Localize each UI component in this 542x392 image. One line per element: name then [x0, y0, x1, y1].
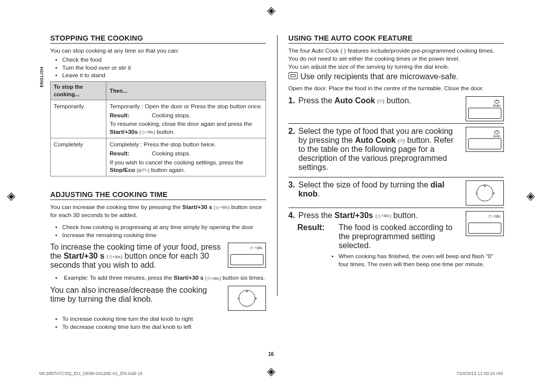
step-body: Select the type of food that you are coo…	[299, 127, 461, 172]
footer-right: 7/24/2013 11:00:24 AM	[456, 371, 503, 376]
list-item: Example: To add three minutes, press the…	[62, 274, 266, 282]
registration-mark-top: ◈	[267, 4, 276, 17]
svg-point-7	[484, 185, 486, 187]
table-row: Completely Completely : Press the stop b…	[51, 138, 266, 176]
start-30s-icon: ◇+30s	[250, 245, 262, 250]
control-panel-start30: ◇+30s	[466, 211, 504, 236]
note-icon	[289, 72, 298, 79]
footer-left: MC285TATCSQ_EO_DE68-04126E-01_EN.indd 16	[39, 371, 143, 376]
two-column-layout: STOPPING THE COOKING You can stop cookin…	[50, 34, 504, 340]
pot-icon: (☉)	[377, 99, 384, 104]
adj-para-1: You can increase the cooking time by pre…	[50, 203, 266, 219]
result-value: The food is cooked according to the prep…	[339, 223, 461, 250]
right-column: USING THE AUTO COOK FEATURE The four Aut…	[289, 34, 504, 340]
control-panel-start30: ◇+30s	[228, 243, 266, 268]
stop-eco-label: Stop/Eco	[109, 166, 135, 173]
step-number: 1.	[289, 96, 296, 118]
svg-point-6	[477, 185, 493, 202]
display-placeholder	[468, 223, 501, 234]
auto-cook-label: Auto Cook	[335, 96, 375, 105]
language-tab: ENGLISH	[39, 67, 44, 87]
pot-icon: Auto	[493, 129, 500, 138]
adj-row-panel: To increase the cooking time of your foo…	[50, 243, 266, 270]
print-footer: MC285TATCSQ_EO_DE68-04126E-01_EN.indd 16…	[39, 371, 503, 376]
list-item: To increase cooking time turn the dial k…	[62, 315, 266, 323]
svg-point-0	[238, 290, 255, 307]
registration-mark-right: ◈	[526, 189, 535, 203]
stop-eco-icon: (⊘/ᴰz)	[137, 167, 150, 173]
table-cell: Temporarily : Open the door or Press the…	[106, 100, 265, 138]
list-item: To decrease cooking time turn the dial k…	[62, 323, 266, 331]
start-30s-icon: (◇+30s)	[107, 254, 122, 259]
result-label: Result:	[298, 223, 325, 250]
svg-point-1	[246, 291, 247, 292]
svg-text:−: −	[237, 296, 240, 301]
cell-text: button again.	[150, 166, 185, 173]
list-item: Turn the food over or stir it	[62, 64, 266, 72]
result-bullet-list: When cooking has finished, the oven will…	[339, 252, 504, 268]
stop-bullet-list: Check the food Turn the food over or sti…	[62, 56, 266, 79]
control-panel-auto: Auto	[466, 96, 504, 121]
start-30s-label: Start/+30s	[109, 128, 138, 135]
heading-adjusting: ADJUSTING THE COOKING TIME	[50, 190, 266, 199]
auto-para-1: The four Auto Cook ( ) features include/…	[289, 47, 504, 63]
heading-rule	[289, 43, 504, 44]
step-4: 4. Press the Start/+30s (◇+30s) button. …	[289, 211, 504, 251]
step-body: Press the Start/+30s (◇+30s) button.	[299, 211, 461, 220]
list-item: Increase the remaining cooking time	[62, 231, 266, 239]
result-value: Cooking stops.	[152, 149, 190, 157]
heading-rule	[50, 43, 266, 44]
step-body: Select the size of food by turning the d…	[299, 180, 461, 203]
display-placeholder	[230, 254, 263, 265]
step-number: 3.	[289, 180, 296, 203]
start-30s-label: Start/+30s	[335, 211, 373, 220]
pot-icon: (☉)	[398, 138, 405, 143]
svg-point-5	[494, 131, 499, 134]
adj-row-dial: You can also increase/decrease the cooki…	[50, 286, 266, 311]
page-number: 16	[268, 351, 274, 357]
control-panel-dial: −+	[228, 286, 266, 311]
list-item: Check how cooking is progressing at any …	[62, 223, 266, 231]
control-panel-auto: Auto	[466, 127, 504, 152]
start-30s-icon: ◇+30s	[488, 214, 500, 219]
display-placeholder	[468, 108, 501, 119]
auto-para-3: Open the door. Place the food in the cen…	[289, 84, 504, 92]
column-divider	[277, 35, 278, 296]
result-label: Result:	[109, 111, 138, 119]
start-30s-label: Start/+30 s	[174, 274, 203, 281]
step-3: 3. Select the size of food by turning th…	[289, 180, 504, 206]
table-row: Temporarily Temporarily : Open the door …	[51, 100, 266, 138]
cell-text: To resume cooking, close the door again …	[109, 120, 252, 127]
step-divider	[289, 123, 504, 124]
auto-para-2: You can adjust the size of the serving b…	[289, 63, 504, 71]
safety-note: Use only recipients that are microwave-s…	[289, 72, 504, 81]
list-item: Leave it to stand	[62, 71, 266, 79]
step-1: 1. Press the Auto Cook (☉) button. Auto	[289, 96, 504, 121]
step-number: 4.	[289, 211, 296, 220]
display-placeholder	[468, 138, 501, 149]
svg-text:+: +	[492, 190, 495, 196]
auto-cook-label: Auto Cook	[355, 136, 395, 144]
control-panel-dial: −+	[466, 180, 504, 206]
step-2: 2. Select the type of food that you are …	[289, 127, 504, 175]
table-cell: Completely : Press the stop button twice…	[106, 138, 265, 176]
start-30s-label: Start/+30 s	[182, 204, 212, 210]
start-30s-icon: (◇+30s)	[214, 205, 229, 211]
svg-point-4	[494, 100, 499, 103]
stop-intro: You can stop cooking at any time so that…	[50, 47, 266, 55]
svg-text:+: +	[254, 296, 257, 301]
start-30s-label: Start/+30 s	[64, 252, 104, 260]
table-header: To stop the cooking...	[51, 82, 106, 100]
table-header: Then...	[106, 82, 265, 100]
start-30s-icon: (◇+30s)	[140, 129, 155, 135]
adj-para-2: To increase the cooking time of your foo…	[50, 243, 223, 270]
heading-rule	[50, 200, 266, 200]
adj-example-list: Example: To add three minutes, press the…	[62, 274, 266, 282]
svg-text:−: −	[475, 190, 478, 196]
adj-bullet-list-1: Check how cooking is progressing at any …	[62, 223, 266, 239]
step-number: 2.	[289, 127, 296, 172]
start-30s-icon: (◇+30s)	[375, 214, 391, 219]
cell-text: If you wish to cancel the cooking settin…	[109, 159, 243, 165]
heading-auto-cook: USING THE AUTO COOK FEATURE	[289, 34, 504, 42]
stop-table: To stop the cooking... Then... Temporari…	[50, 81, 266, 176]
